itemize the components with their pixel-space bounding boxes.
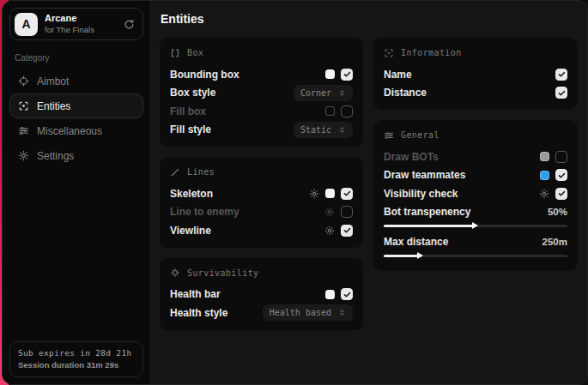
main-panel: Entities Box Bounding box [151, 1, 588, 384]
box-style-dropdown[interactable]: Corner [294, 85, 353, 101]
sub-expiry-text: Sub expires in 28d 21h [18, 348, 135, 358]
row-draw-bots: Draw BOTs [384, 147, 567, 166]
viewline-checkbox[interactable] [341, 225, 353, 237]
sidebar-item-label: Entities [37, 100, 70, 112]
bot-transparency-label: Bot transpenency [384, 206, 470, 218]
row-line-to-enemy: Line to enemy [170, 203, 353, 222]
draw-bots-color-swatch[interactable] [540, 152, 549, 161]
row-health-style: Health style Health based [170, 304, 353, 322]
row-skeleton: Skeleton [170, 184, 353, 203]
draw-bots-checkbox[interactable] [555, 151, 567, 163]
draw-teammates-checkbox[interactable] [555, 169, 567, 181]
name-checkbox[interactable] [555, 69, 567, 81]
sliders-icon [384, 130, 394, 141]
viewline-label: Viewline [170, 225, 211, 237]
visibility-check-settings-gear-icon[interactable] [539, 189, 549, 199]
row-bounding-box: Bounding box [170, 65, 353, 84]
line-to-enemy-settings-gear-icon[interactable] [324, 207, 335, 217]
sync-icon[interactable] [124, 19, 135, 30]
row-draw-teammates: Draw teammates [384, 166, 567, 185]
scan-dot-icon [384, 48, 394, 58]
lines-card-title: Lines [187, 167, 215, 177]
line-to-enemy-label: Line to enemy [170, 206, 239, 218]
app-meta: Arcane for The Finals [45, 13, 94, 35]
row-fill-box: Fill box [170, 102, 353, 121]
draw-teammates-color-swatch[interactable] [540, 171, 549, 180]
box-card-title: Box [187, 48, 203, 57]
bounding-box-checkbox[interactable] [341, 69, 353, 81]
health-style-label: Health style [170, 307, 227, 319]
pulse-circle-icon [170, 268, 180, 278]
box-card: Box Bounding box Box [160, 38, 363, 147]
max-distance-slider-fill [384, 255, 421, 257]
visibility-check-label: Visibility check [384, 188, 458, 200]
max-distance-value: 250m [543, 237, 567, 247]
sidebar-item-miscellaneous[interactable]: Miscellaneous [9, 118, 143, 143]
box-style-value: Corner [300, 88, 331, 98]
survivability-card-header: Survivability [170, 266, 353, 280]
app-title: Arcane [45, 13, 94, 25]
app-window: A Arcane for The Finals Category Aimbot [2, 0, 588, 385]
health-bar-label: Health bar [170, 288, 221, 300]
general-card: General Draw BOTs Dr [373, 120, 578, 271]
row-visibility-check: Visibility check [384, 184, 567, 203]
line-to-enemy-checkbox[interactable] [341, 206, 353, 218]
app-subtitle: for The Finals [45, 25, 94, 35]
sidebar-item-entities[interactable]: Entities [9, 93, 143, 118]
general-card-title: General [401, 130, 439, 140]
page-title: Entities [161, 12, 578, 26]
viewline-settings-gear-icon[interactable] [324, 226, 335, 236]
card-columns: Box Bounding box Box [160, 38, 578, 330]
right-column: Information Name Distance [373, 38, 578, 271]
row-viewline: Viewline [170, 221, 353, 240]
health-style-dropdown[interactable]: Health based [263, 304, 353, 321]
subscription-info-card: Sub expires in 28d 21h Session duration … [9, 341, 143, 377]
bot-transparency-slider[interactable] [384, 225, 567, 227]
session-duration-text: Session duration 31m 29s [18, 360, 135, 370]
sidebar-item-label: Aimbot [37, 75, 69, 87]
health-bar-checkbox[interactable] [341, 288, 353, 300]
desktop-background: A Arcane for The Finals Category Aimbot [0, 0, 588, 385]
sliders-icon [18, 125, 29, 136]
chevron-up-down-icon [338, 309, 346, 316]
survivability-card: Survivability Health bar [160, 258, 363, 330]
fill-style-dropdown[interactable]: Static [294, 122, 353, 138]
distance-checkbox[interactable] [555, 87, 567, 99]
row-fill-style: Fill style Static [170, 121, 353, 140]
bot-transparency-slider-thumb[interactable] [472, 222, 478, 229]
skeleton-color-swatch[interactable] [325, 189, 335, 198]
box-card-header: Box [170, 45, 353, 60]
sidebar-nav: Aimbot Entities Miscellaneous [9, 69, 143, 168]
max-distance-slider-thumb[interactable] [417, 252, 423, 259]
information-card-header: Information [384, 45, 567, 60]
row-health-bar: Health bar [170, 286, 353, 304]
sidebar-item-aimbot[interactable]: Aimbot [9, 69, 143, 93]
skeleton-label: Skeleton [170, 188, 213, 200]
app-logo: A [15, 13, 38, 36]
row-box-style: Box style Corner [170, 84, 353, 103]
crosshair-icon [18, 75, 29, 87]
scan-person-icon [18, 100, 29, 111]
fill-style-value: Static [300, 125, 331, 135]
fill-box-color-swatch[interactable] [325, 106, 335, 116]
survivability-card-title: Survivability [187, 268, 258, 278]
chevron-up-down-icon [338, 89, 346, 97]
brackets-icon [170, 48, 180, 58]
bot-transparency-value: 50% [548, 207, 567, 217]
fill-box-checkbox[interactable] [341, 105, 353, 117]
bounding-box-color-swatch[interactable] [325, 69, 335, 79]
max-distance-slider[interactable] [384, 255, 567, 257]
chevron-up-down-icon [338, 126, 346, 134]
diagonal-line-icon [170, 167, 180, 177]
distance-label: Distance [384, 87, 427, 99]
skeleton-checkbox[interactable] [341, 188, 353, 200]
general-card-header: General [384, 128, 567, 142]
lines-card-header: Lines [170, 165, 353, 179]
row-distance: Distance [384, 84, 567, 103]
row-name: Name [384, 65, 567, 84]
left-column: Box Bounding box Box [160, 38, 363, 330]
health-bar-color-swatch[interactable] [325, 290, 335, 299]
visibility-check-checkbox[interactable] [555, 188, 567, 200]
sidebar-item-settings[interactable]: Settings [9, 143, 143, 168]
skeleton-settings-gear-icon[interactable] [309, 189, 319, 199]
